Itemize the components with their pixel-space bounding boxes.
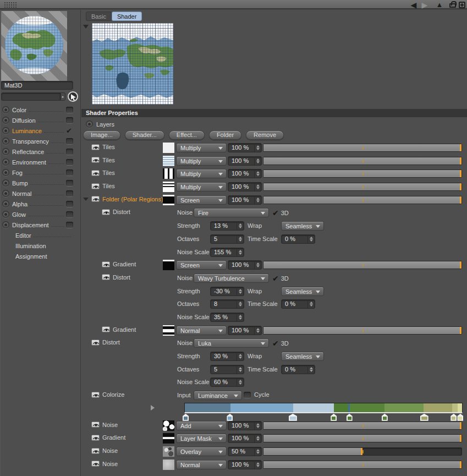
noise-type-select[interactable]: Wavy Turbulence [194,273,269,283]
channel-radio[interactable] [2,179,9,187]
slider-handle[interactable] [460,196,461,204]
folder-expand-icon[interactable] [83,198,89,201]
blend-mode-select[interactable]: Multiply [176,143,227,152]
stepper-icon[interactable] [254,434,261,442]
layer-visibility-eye-icon[interactable] [102,274,110,280]
channel-radio[interactable] [2,169,9,176]
layer-name[interactable]: Distort [113,209,130,215]
channel-checkbox[interactable] [66,107,73,113]
opacity-field[interactable]: 100 % [228,156,262,166]
add-window-icon[interactable] [459,2,465,8]
time-scale-field[interactable]: 0 % [281,234,315,244]
layer-visibility-eye-icon[interactable] [91,183,100,189]
material-preview[interactable] [1,11,67,81]
layers-radio[interactable] [86,121,93,128]
effect-button[interactable]: Effect... [169,130,205,140]
channel-radio[interactable] [2,158,9,166]
gradient-bar[interactable] [184,403,463,413]
octaves-field[interactable]: 5 [210,234,244,244]
opacity-field[interactable]: 100 % [228,143,262,152]
opacity-slider[interactable] [263,169,462,178]
opacity-field[interactable]: 100 % [228,434,262,443]
blend-mode-select[interactable]: Normal [176,460,227,469]
material-name-field[interactable]: Mat3D [1,81,73,90]
stepper-icon[interactable] [237,235,244,243]
stepper-icon[interactable] [237,365,244,374]
lock-icon[interactable] [449,3,456,8]
stepper-icon[interactable] [307,235,315,243]
texture-expand-icon[interactable] [83,25,89,29]
channel-radio[interactable] [2,117,9,124]
channel-checkbox[interactable] [66,190,73,196]
slider-handle[interactable] [361,448,362,455]
stepper-icon[interactable] [254,447,261,456]
strength-field[interactable]: 13 % [210,221,244,231]
opacity-field[interactable]: 100 % [228,460,262,469]
channel-checkbox[interactable] [66,138,73,144]
opacity-slider[interactable] [263,447,462,456]
layer-name[interactable]: Colorize [102,391,124,398]
stepper-icon[interactable] [254,196,261,204]
layer-name[interactable]: Noise [102,461,118,467]
sidebar-item-editor[interactable]: Editor [0,230,81,240]
opacity-field[interactable]: 100 % [228,195,262,205]
layer-name[interactable]: Noise [102,422,118,428]
channel-radio[interactable] [2,148,9,155]
layer-visibility-eye-icon[interactable] [91,448,100,454]
image-button[interactable]: Image... [83,130,120,140]
octaves-field[interactable]: 5 [210,365,244,374]
slider-handle[interactable] [460,461,461,468]
layer-name[interactable]: Distort [113,274,130,281]
opacity-slider[interactable] [263,144,462,152]
back-icon[interactable]: ◀ [408,0,420,9]
slider-handle[interactable] [460,144,461,151]
3d-checkbox[interactable]: ✔3D [272,339,289,348]
stepper-icon[interactable] [237,378,244,386]
stepper-icon[interactable] [254,169,261,178]
opacity-field[interactable]: 100 % [228,421,262,430]
channel-checkbox[interactable] [66,201,73,207]
layer-name[interactable]: Gradient [102,434,125,441]
channel-row-alpha[interactable]: Alpha [0,199,81,209]
opacity-slider[interactable] [263,157,462,165]
stepper-icon[interactable] [254,144,261,152]
3d-checkbox[interactable]: ✔3D [272,209,289,217]
channel-checkbox[interactable] [66,211,73,217]
texture-preview[interactable] [92,23,173,105]
stepper-icon[interactable] [237,352,244,360]
layer-name[interactable]: Tiles [102,144,115,150]
octaves-field[interactable]: 8 [210,299,244,309]
3d-checkbox[interactable]: ✔3D [272,274,289,283]
strength-field[interactable]: 30 % [210,352,244,361]
blend-mode-select[interactable]: Add [176,421,227,430]
layer-thumbnail[interactable] [163,168,174,179]
wrap-select[interactable]: Seamless [281,221,324,231]
layer-thumbnail[interactable] [163,433,174,444]
layer-visibility-eye-icon[interactable] [91,170,100,176]
blend-mode-select[interactable]: Multiply [176,182,227,192]
layer-thumbnail[interactable] [163,446,174,457]
channel-row-environment[interactable]: Environment [0,157,81,167]
opacity-slider[interactable] [263,434,462,442]
stepper-icon[interactable] [307,365,315,374]
opacity-slider[interactable] [263,422,462,430]
strength-field[interactable]: -30 % [210,287,244,296]
stepper-icon[interactable] [254,326,261,335]
opacity-slider[interactable] [263,461,462,469]
remove-button[interactable]: Remove [246,130,284,140]
channel-row-diffusion[interactable]: Diffusion [0,115,81,125]
layer-visibility-eye-icon[interactable] [91,392,100,398]
layer-name[interactable]: Noise [102,447,118,454]
channel-radio[interactable] [2,200,9,207]
forward-icon[interactable]: ▶ [419,0,431,9]
layer-name[interactable]: Gradient [113,261,136,267]
opacity-field[interactable]: 100 % [228,260,262,270]
blend-mode-select[interactable]: Layer Mask [176,434,227,443]
search-input[interactable] [1,92,61,101]
noise-type-select[interactable]: Luka [194,338,269,348]
stepper-icon[interactable] [237,248,244,256]
channel-row-normal[interactable]: Normal [0,188,81,199]
layer-visibility-eye-icon[interactable] [91,196,100,202]
channel-row-fog[interactable]: Fog [0,167,81,178]
channel-row-reflectance[interactable]: Reflectance [0,146,81,157]
